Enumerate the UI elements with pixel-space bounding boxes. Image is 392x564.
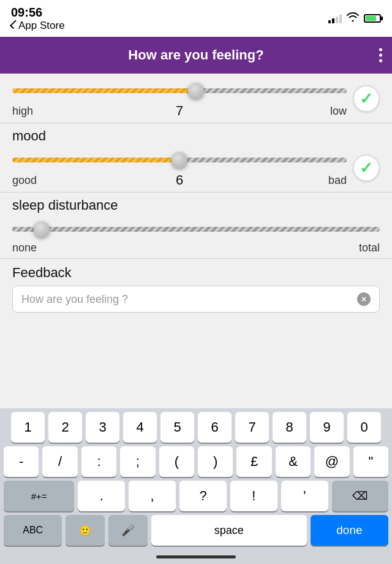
key-minus[interactable]: - bbox=[4, 446, 39, 477]
signal-bar-3 bbox=[336, 17, 338, 23]
key-done[interactable]: done bbox=[311, 515, 388, 546]
sleep-section: sleep disturbance none total bbox=[0, 192, 392, 258]
mood-title: mood bbox=[12, 128, 380, 144]
signal-icon bbox=[328, 13, 342, 23]
app-header: How are you feeling? bbox=[0, 37, 392, 74]
key-colon[interactable]: : bbox=[81, 446, 116, 477]
key-period[interactable]: . bbox=[78, 481, 125, 511]
app-header-title: How are you feeling? bbox=[128, 47, 263, 63]
key-9[interactable]: 9 bbox=[310, 412, 344, 443]
key-comma[interactable]: , bbox=[129, 481, 176, 511]
sleep-title: sleep disturbance bbox=[12, 197, 380, 213]
scale-left-label: high bbox=[12, 105, 46, 118]
status-right bbox=[328, 12, 381, 25]
dot3 bbox=[379, 59, 382, 63]
back-button[interactable]: App Store bbox=[11, 20, 65, 32]
mood-section: mood good 6 bad ✓ bbox=[0, 123, 392, 192]
key-at[interactable]: @ bbox=[314, 446, 349, 477]
clear-button[interactable]: × bbox=[357, 292, 371, 306]
key-6[interactable]: 6 bbox=[198, 412, 232, 443]
status-left: 09:56 App Store bbox=[11, 6, 65, 32]
backspace-button[interactable]: ⌫ bbox=[332, 481, 388, 511]
high-low-slider-row: high 7 low ✓ bbox=[12, 78, 380, 119]
sleep-slider-thumb[interactable] bbox=[34, 221, 50, 237]
key-0[interactable]: 0 bbox=[347, 412, 381, 443]
slider-track bbox=[12, 88, 347, 93]
feedback-label: Feedback bbox=[12, 265, 380, 281]
high-low-checkmark[interactable]: ✓ bbox=[353, 85, 380, 112]
mood-track-filled bbox=[12, 158, 179, 162]
feedback-input-row[interactable]: How are you feeling ? × bbox=[12, 286, 380, 313]
high-low-value: 7 bbox=[171, 103, 188, 119]
scale-right-label: low bbox=[313, 105, 347, 118]
wifi-icon bbox=[347, 12, 359, 25]
dot1 bbox=[379, 48, 382, 51]
key-apostrophe[interactable]: ' bbox=[281, 481, 328, 511]
key-space[interactable]: space bbox=[151, 515, 307, 546]
mood-scale-right: bad bbox=[313, 174, 347, 187]
keyboard-row-1: 1 2 3 4 5 6 7 8 9 0 bbox=[0, 408, 392, 443]
key-pound[interactable]: £ bbox=[236, 446, 271, 477]
key-ampersand[interactable]: & bbox=[276, 446, 311, 477]
mood-value: 6 bbox=[171, 172, 188, 188]
sleep-slider[interactable] bbox=[12, 217, 380, 242]
mood-scale: good 6 bad bbox=[12, 172, 347, 188]
high-low-scale: high 7 low bbox=[12, 103, 347, 119]
back-label: App Store bbox=[18, 20, 65, 32]
signal-bar-4 bbox=[339, 15, 342, 23]
key-8[interactable]: 8 bbox=[273, 412, 306, 443]
mood-checkmark[interactable]: ✓ bbox=[353, 154, 380, 181]
key-1[interactable]: 1 bbox=[11, 412, 45, 443]
feedback-section: Feedback How are you feeling ? × bbox=[0, 259, 392, 319]
signal-bar-1 bbox=[328, 20, 331, 23]
mood-slider-thumb[interactable] bbox=[172, 152, 187, 168]
more-vertical-icon[interactable] bbox=[379, 48, 382, 63]
sleep-track-empty bbox=[12, 227, 380, 232]
clear-icon: × bbox=[361, 294, 366, 304]
key-quote[interactable]: " bbox=[353, 446, 388, 477]
key-5[interactable]: 5 bbox=[160, 412, 194, 443]
mood-track-empty bbox=[179, 158, 347, 162]
mood-slider-row: good 6 bad ✓ bbox=[12, 148, 380, 188]
key-exclaim[interactable]: ! bbox=[230, 481, 277, 511]
key-numshift[interactable]: #+= bbox=[4, 481, 74, 511]
track-empty bbox=[196, 88, 347, 93]
key-7[interactable]: 7 bbox=[235, 412, 269, 443]
sleep-scale-left: none bbox=[12, 242, 46, 254]
track-filled bbox=[12, 88, 196, 93]
checkmark-icon: ✓ bbox=[360, 91, 373, 107]
key-4[interactable]: 4 bbox=[123, 412, 157, 443]
mood-slider-container: good 6 bad bbox=[12, 148, 347, 188]
mood-checkmark-icon: ✓ bbox=[360, 160, 373, 176]
sleep-scale-right: total bbox=[346, 242, 380, 254]
key-mic[interactable]: 🎤 bbox=[108, 515, 148, 546]
key-question[interactable]: ? bbox=[179, 481, 227, 511]
sleep-scale: none total bbox=[12, 242, 380, 254]
home-indicator bbox=[156, 555, 236, 558]
back-chevron-icon bbox=[10, 20, 19, 29]
keyboard-bottom bbox=[0, 549, 392, 564]
battery-fill bbox=[366, 16, 376, 21]
mood-slider[interactable] bbox=[12, 148, 347, 172]
key-rparen[interactable]: ) bbox=[198, 446, 233, 477]
key-3[interactable]: 3 bbox=[86, 412, 119, 443]
key-slash[interactable]: / bbox=[42, 446, 77, 477]
feedback-placeholder: How are you feeling ? bbox=[21, 293, 351, 306]
keyboard-row-2: - / : ; ( ) £ & @ " bbox=[0, 443, 392, 477]
high-low-slider-container: high 7 low bbox=[12, 78, 347, 119]
status-bar: 09:56 App Store bbox=[0, 0, 392, 37]
key-emoji[interactable]: 🙂 bbox=[66, 515, 105, 546]
keyboard-row-3: #+= . , ? ! ' ⌫ bbox=[0, 477, 392, 511]
battery-icon bbox=[364, 14, 381, 23]
status-time: 09:56 bbox=[11, 6, 42, 20]
high-low-slider[interactable] bbox=[12, 78, 347, 103]
mood-track bbox=[12, 158, 347, 162]
key-2[interactable]: 2 bbox=[48, 412, 82, 443]
key-lparen[interactable]: ( bbox=[159, 446, 194, 477]
high-low-section: high 7 low ✓ bbox=[0, 74, 392, 123]
slider-thumb[interactable] bbox=[188, 83, 204, 99]
dot2 bbox=[379, 54, 382, 57]
key-semicolon[interactable]: ; bbox=[120, 446, 155, 477]
key-abc[interactable]: ABC bbox=[4, 515, 62, 546]
signal-bar-2 bbox=[332, 18, 334, 23]
